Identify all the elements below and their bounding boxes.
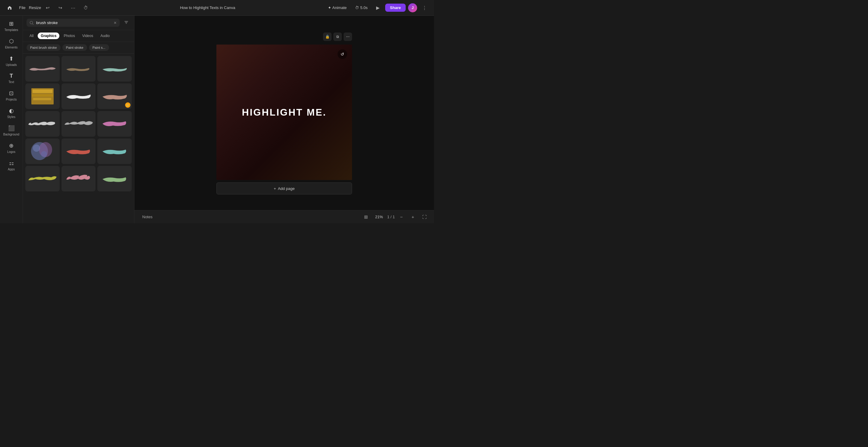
stroke-preview (61, 56, 96, 81)
stroke-preview (97, 166, 132, 192)
stroke-svg (28, 172, 57, 185)
show-pages-button[interactable]: ⊞ (361, 212, 371, 222)
file-label: File (19, 5, 25, 10)
apps-label: Apps (8, 168, 15, 171)
timer-button[interactable]: ⏱ (81, 3, 90, 13)
zoom-in-button[interactable]: + (408, 212, 418, 222)
sidebar-item-templates[interactable]: ⊞ Templates (2, 18, 21, 34)
sidebar-item-logos[interactable]: ⊕ Logos (2, 140, 21, 156)
present-button[interactable]: ▶ (373, 3, 383, 13)
list-item[interactable] (25, 111, 60, 137)
chip-paint-stroke[interactable]: Paint stroke (62, 44, 87, 51)
styles-icon: ◐ (9, 107, 14, 114)
list-item[interactable] (61, 56, 96, 81)
more-canvas-button[interactable]: ⋯ (344, 33, 352, 41)
list-item[interactable] (25, 166, 60, 192)
canvas-main-text: HIGHLIGHT ME. (242, 107, 327, 118)
add-page-button[interactable]: + Add page (216, 182, 352, 195)
search-input[interactable] (36, 21, 111, 25)
tab-photos[interactable]: Photos (61, 33, 78, 39)
background-label: Background (3, 133, 19, 136)
list-item[interactable] (61, 138, 96, 164)
topbar-right: ✦ Animate ⏱ 5.0s ▶ Share J ⋮ (325, 3, 429, 13)
more-options-button[interactable]: ⋯ (68, 3, 78, 13)
share-button[interactable]: Share (385, 4, 406, 12)
canvas-area: 🔒 ⧉ ⋯ ↺ HIGHLIGHT ME. + Add page Notes (134, 16, 434, 224)
uploads-label: Uploads (6, 63, 17, 67)
sidebar-item-background[interactable]: ⬛ Background (2, 123, 21, 139)
projects-icon: ⊡ (9, 90, 13, 97)
sidebar-item-elements[interactable]: ⬡ Elements (2, 36, 21, 52)
chip-paint-brush-stroke[interactable]: Paint brush stroke (27, 44, 61, 51)
list-item[interactable] (97, 56, 132, 81)
duration-value: 5.0s (360, 5, 368, 10)
undo-icon: ↩ (46, 5, 50, 10)
sidebar-item-text[interactable]: T Text (2, 70, 21, 87)
overflow-menu-button[interactable]: ⋮ (420, 3, 429, 13)
svg-rect-2 (124, 21, 128, 22)
sidebar-item-styles[interactable]: ◐ Styles (2, 105, 21, 121)
logos-label: Logos (7, 150, 16, 154)
list-item[interactable] (25, 83, 60, 109)
background-icon: ⬛ (8, 125, 15, 132)
lock-button[interactable]: 🔒 (323, 33, 332, 41)
chip-paint-s[interactable]: Paint s... (89, 44, 109, 51)
list-item[interactable] (25, 138, 60, 164)
svg-point-0 (30, 21, 33, 24)
apps-icon: ⚏ (9, 160, 14, 167)
stroke-svg (101, 147, 128, 156)
sidebar-item-projects[interactable]: ⊡ Projects (2, 88, 21, 104)
list-item[interactable] (97, 111, 132, 137)
notes-button[interactable]: Notes (139, 213, 156, 220)
stroke-preview (25, 111, 60, 137)
duration-clock-icon: ⏱ (355, 5, 359, 10)
list-item[interactable] (97, 166, 132, 192)
zoom-controls: ⊞ 21% 1 / 1 − + ⛶ (361, 212, 429, 222)
results-area: 👑 (23, 54, 134, 224)
stroke-svg (101, 174, 128, 183)
stroke-preview (61, 83, 96, 109)
list-item[interactable] (25, 56, 60, 81)
stroke-svg (101, 118, 128, 130)
tab-audio[interactable]: Audio (97, 33, 113, 39)
home-button[interactable] (5, 3, 14, 13)
canvas-frame[interactable]: HIGHLIGHT ME. (216, 44, 352, 180)
stroke-preview (25, 138, 60, 164)
animate-button[interactable]: ✦ Animate (325, 4, 350, 11)
svg-rect-8 (33, 98, 51, 100)
zoom-out-button[interactable]: − (397, 212, 406, 222)
file-button[interactable]: File (18, 3, 27, 13)
search-clear-button[interactable]: ✕ (114, 21, 117, 25)
tab-videos[interactable]: Videos (79, 33, 96, 39)
search-filter-button[interactable] (122, 19, 130, 26)
list-item[interactable] (61, 111, 96, 137)
title-text: How to Highlight Texts in Canva (180, 5, 235, 10)
sidebar-item-uploads[interactable]: ⬆ Uploads (2, 53, 21, 69)
topbar-left: File Resize ↩ ↪ ⋯ ⏱ (5, 3, 90, 13)
list-item[interactable] (97, 138, 132, 164)
list-item[interactable] (61, 166, 96, 192)
sidebar-item-apps[interactable]: ⚏ Apps (2, 158, 21, 174)
duration-button[interactable]: ⏱ 5.0s (352, 4, 371, 11)
list-item[interactable] (61, 83, 96, 109)
svg-rect-7 (32, 94, 53, 97)
total-pages: 1 (393, 215, 395, 219)
fullscreen-button[interactable]: ⛶ (420, 212, 429, 222)
tab-all[interactable]: All (27, 33, 36, 39)
zoom-percent[interactable]: 21% (373, 213, 385, 220)
stroke-svg (65, 170, 92, 187)
search-input-wrap: ✕ (27, 19, 120, 27)
suggestion-chips: Paint brush stroke Paint stroke Paint s.… (23, 42, 134, 54)
stroke-preview (97, 138, 132, 164)
list-item[interactable]: 👑 (97, 83, 132, 109)
undo-button[interactable]: ↩ (43, 3, 53, 13)
tab-graphics[interactable]: Graphics (38, 33, 59, 39)
elements-label: Elements (5, 46, 18, 49)
stroke-svg (65, 64, 92, 73)
duplicate-button[interactable]: ⧉ (333, 33, 342, 41)
refresh-button[interactable]: ↺ (338, 49, 347, 59)
resize-button[interactable]: Resize (30, 3, 40, 13)
elements-icon: ⬡ (9, 38, 14, 44)
text-icon: T (10, 73, 13, 79)
redo-button[interactable]: ↪ (56, 3, 65, 13)
